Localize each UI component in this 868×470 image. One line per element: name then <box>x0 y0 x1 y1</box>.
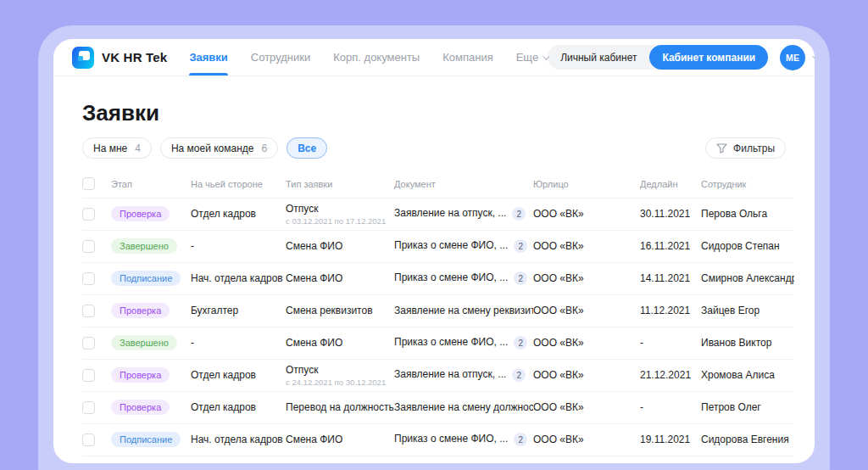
app-window: VK HR Tek Заявки Сотрудники Корп. докуме… <box>53 39 815 463</box>
table-row[interactable]: Подписание Нач. отдела кадров Смена ФИО … <box>82 423 794 456</box>
requests-table: Этап На чьей стороне Тип заявки Документ… <box>82 171 794 456</box>
employee-cell: Зайцев Егор <box>701 294 794 327</box>
row-checkbox[interactable] <box>82 337 95 350</box>
filter-chip-my-team[interactable]: На моей команде 6 <box>160 137 278 159</box>
row-checkbox[interactable] <box>82 434 95 446</box>
document-name: Приказ о смене ФИО, ... <box>394 433 508 445</box>
column-header-entity: Юрлицо <box>533 171 640 198</box>
entity-cell: ООО «ВК» <box>533 262 640 294</box>
request-type: Отпуск <box>286 203 387 215</box>
avatar-chevron-down-icon[interactable] <box>812 53 815 59</box>
page-content: Заявки На мне 4 На моей команде 6 Все <box>53 100 815 456</box>
row-checkbox[interactable] <box>82 208 95 221</box>
deadline-cell: - <box>640 391 701 423</box>
nav-tab-label: Еще <box>516 51 538 64</box>
table-row[interactable]: Проверка Отдел кадров Перевод на должнос… <box>82 391 794 423</box>
deadline-cell: - <box>640 327 701 359</box>
brand-name: VK HR Tek <box>102 50 167 64</box>
table-header-row: Этап На чьей стороне Тип заявки Документ… <box>82 171 794 198</box>
side-cell: - <box>191 327 286 359</box>
logo-notch <box>78 56 83 61</box>
vk-hr-tek-logo-icon <box>72 47 94 69</box>
table-row[interactable]: Подписание Нач. отдела кадров Смена ФИО … <box>82 262 794 294</box>
document-name: Приказ о смене ФИО, ... <box>394 336 508 348</box>
row-checkbox[interactable] <box>82 369 95 382</box>
document-name: Приказ о смене ФИО, ... <box>394 271 508 283</box>
column-header-stage: Этап <box>111 171 191 198</box>
stage-badge: Проверка <box>111 367 170 383</box>
request-type: Перевод на должность <box>286 401 387 413</box>
page-title: Заявки <box>82 100 786 126</box>
side-cell: Нач. отдела кадров <box>191 423 286 456</box>
filters-button[interactable]: Фильтры <box>705 137 786 159</box>
deadline-cell: 14.11.2021 <box>640 262 701 294</box>
deadline-cell: 21.12.2021 <box>640 359 701 391</box>
filter-chip-on-me[interactable]: На мне 4 <box>82 137 152 159</box>
side-cell: Отдел кадров <box>191 359 286 391</box>
nav-tab-label: Сотрудники <box>251 51 310 64</box>
table-row[interactable]: Проверка Отдел кадров Отпуск с 03.12.202… <box>82 198 794 230</box>
document-count-badge: 2 <box>514 239 527 253</box>
employee-cell: Иванов Виктор <box>701 327 794 359</box>
document-name: Заявление на смену должности <box>394 401 533 413</box>
brand[interactable]: VK HR Tek <box>72 47 167 69</box>
filter-bar: На мне 4 На моей команде 6 Все Фил <box>82 137 786 159</box>
side-cell: Отдел кадров <box>191 198 286 230</box>
employee-cell: Сидоров Степан <box>701 230 794 262</box>
select-all-checkbox[interactable] <box>82 177 95 190</box>
account-switcher: Личный кабинет Кабинет компании <box>548 45 768 70</box>
document-count-badge: 2 <box>514 336 527 350</box>
entity-cell: ООО «ВК» <box>533 230 640 262</box>
stage-badge: Проверка <box>111 303 170 318</box>
chip-label: На моей команде <box>171 143 254 154</box>
request-type: Смена ФИО <box>286 272 387 284</box>
company-account-button[interactable]: Кабинет компании <box>649 45 768 70</box>
entity-cell: ООО «ВК» <box>533 391 640 423</box>
document-count-badge: 2 <box>514 271 527 285</box>
side-cell: - <box>191 230 286 262</box>
table-row[interactable]: Завершено - Смена ФИО Приказ о смене ФИО… <box>82 230 794 262</box>
window-frame: VK HR Tek Заявки Сотрудники Корп. докуме… <box>38 25 830 470</box>
nav-tab-label: Заявки <box>189 51 227 64</box>
stage-badge: Завершено <box>111 238 177 254</box>
chip-label: На мне <box>93 143 127 154</box>
entity-cell: ООО «ВК» <box>533 294 640 327</box>
row-checkbox[interactable] <box>82 401 95 414</box>
deadline-cell: 16.11.2021 <box>640 230 701 262</box>
request-type: Смена реквизитов <box>286 305 387 316</box>
stage-badge: Подписание <box>111 432 181 447</box>
request-type: Отпуск <box>286 364 387 376</box>
nav-tab-more[interactable]: Еще <box>516 39 548 76</box>
nav-tab-requests[interactable]: Заявки <box>189 39 227 76</box>
employee-cell: Смирнов Александр <box>701 262 794 294</box>
nav-tab-employees[interactable]: Сотрудники <box>251 39 310 76</box>
filters-button-label: Фильтры <box>733 143 775 154</box>
request-dates: с 03.12.2021 по 17.12.2021 <box>286 216 387 226</box>
filter-chip-all[interactable]: Все <box>287 137 327 159</box>
column-header-request-type: Тип заявки <box>286 171 394 198</box>
nav-tab-label: Компания <box>442 51 493 64</box>
row-checkbox[interactable] <box>82 272 95 285</box>
deadline-cell: 11.12.2021 <box>640 294 701 327</box>
deadline-cell: 19.11.2021 <box>640 423 701 456</box>
chip-count: 4 <box>135 143 141 154</box>
row-checkbox[interactable] <box>82 240 95 253</box>
employee-cell: Петров Олег <box>701 391 794 423</box>
nav-tab-corp-documents[interactable]: Корп. документы <box>333 39 420 76</box>
avatar[interactable]: МЕ <box>780 45 805 70</box>
document-name: Заявление на смену реквизитов <box>394 305 533 316</box>
table-row[interactable]: Завершено - Смена ФИО Приказ о смене ФИО… <box>82 327 794 359</box>
personal-account-button[interactable]: Личный кабинет <box>548 45 649 70</box>
filter-funnel-icon <box>716 143 727 154</box>
column-header-side: На чьей стороне <box>191 171 286 198</box>
side-cell: Нач. отдела кадров <box>191 262 286 294</box>
nav-tab-company[interactable]: Компания <box>442 39 493 76</box>
document-name: Заявление на отпуск, ... <box>394 207 506 219</box>
stage-badge: Подписание <box>111 271 181 286</box>
table-row[interactable]: Проверка Отдел кадров Отпуск с 24.12.202… <box>82 359 794 391</box>
employee-cell: Перова Ольга <box>701 198 794 230</box>
row-checkbox[interactable] <box>82 305 95 317</box>
table-row[interactable]: Проверка Бухгалтер Смена реквизитов Заяв… <box>82 294 794 327</box>
entity-cell: ООО «ВК» <box>533 359 640 391</box>
topbar-right: Личный кабинет Кабинет компании МЕ <box>548 45 815 70</box>
